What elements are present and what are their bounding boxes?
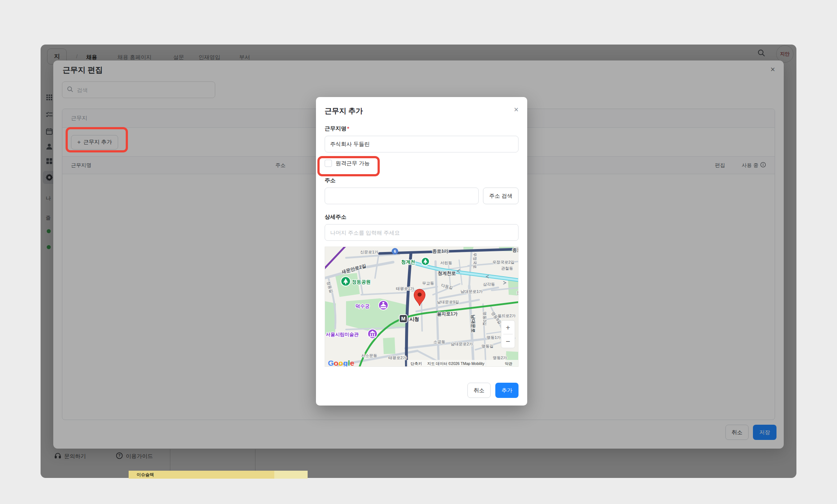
cancel-button[interactable]: 취소: [467, 383, 491, 398]
map-label: 명동길: [482, 344, 494, 348]
map-terms-link[interactable]: 약관: [505, 361, 513, 366]
address-input[interactable]: [325, 188, 479, 204]
map-label: 명동2가: [493, 356, 507, 360]
map-label: 서소문동: [361, 353, 377, 358]
required-mark: *: [347, 125, 349, 131]
map-zoom-control[interactable]: + −: [501, 320, 515, 348]
svg-text:G: G: [328, 359, 334, 367]
svg-text:서울시립미술관: 서울시립미술관: [326, 332, 359, 337]
svg-text:o: o: [338, 359, 343, 367]
map-label: 우정국로: [473, 253, 477, 269]
detail-address-label: 상세주소: [325, 214, 519, 220]
map-label: 서린동: [440, 261, 452, 265]
workplace-name-input[interactable]: [325, 136, 519, 152]
address-search-button[interactable]: 주소 검색: [483, 188, 519, 204]
svg-text:시청: 시청: [409, 316, 419, 322]
detail-address-input[interactable]: [325, 224, 519, 241]
name-label: 근무지명*: [325, 125, 519, 132]
address-label: 주소: [325, 177, 519, 184]
map-label: 명동3길: [483, 311, 487, 326]
zoom-in-button[interactable]: +: [506, 323, 510, 332]
add-button[interactable]: 추가: [495, 383, 519, 398]
map-label: 남대문로2가: [451, 342, 473, 346]
map-label: 남대문로9길: [437, 300, 459, 304]
annotation-add-workplace: [66, 127, 128, 152]
svg-text:o: o: [334, 359, 338, 367]
map-label: 태평로2가: [388, 356, 407, 360]
map-label: 을지로1가: [437, 311, 458, 316]
google-logo: G o o g l e: [328, 359, 354, 367]
svg-text:g: g: [343, 359, 348, 367]
map-label: 을지로2가: [497, 314, 516, 318]
map-label: 신문로1가: [360, 250, 378, 254]
map-label: 태평로1가: [396, 286, 414, 291]
svg-text:정동공원: 정동공원: [352, 279, 371, 285]
route-shield-6: 6: [392, 248, 398, 255]
svg-text:l: l: [348, 359, 350, 367]
map-data-attribution: 지도 데이터 ©2026 TMap Mobility: [427, 361, 484, 366]
issue-slack-banner: 이슈슬랙: [129, 471, 274, 479]
map-canvas: 신문로1가 종로1가 종로 새문안로2길 서린동 우정국로2길 관철동 청계천로…: [325, 247, 519, 367]
svg-text:청계천: 청계천: [401, 259, 415, 265]
map-label: 관철동: [501, 266, 513, 270]
close-icon[interactable]: ×: [514, 106, 519, 114]
map-label: 명동1가: [487, 335, 501, 340]
screenshot-stage: 지 / 채용 채용 홈페이지 설문 인재영입 부서 지안: [0, 0, 837, 504]
map-label: 삼각동: [483, 282, 495, 286]
issue-slack-banner-extra: [274, 471, 308, 479]
svg-text:e: e: [350, 359, 354, 367]
zoom-out-button[interactable]: −: [506, 337, 510, 345]
map-label: 남대문로1가: [461, 289, 483, 294]
map-label: 청계천로: [438, 271, 456, 276]
svg-text:덕수궁: 덕수궁: [355, 303, 370, 309]
workplace-add-modal: 근무지 추가 × 근무지명* 원격근무 가능 주소 주소 검색 상세주소: [316, 97, 527, 406]
map-label: 소공동: [433, 340, 445, 344]
modal-title: 근무지 추가: [325, 106, 363, 116]
map-shortcut[interactable]: 단축키: [411, 361, 422, 366]
map-label: 우정국로2길: [492, 260, 515, 264]
map-label: 무교동: [422, 281, 434, 285]
map-label: 남대문로: [471, 315, 476, 333]
svg-text:6: 6: [394, 249, 396, 253]
map-label: 종로1가: [432, 249, 449, 254]
map-label: 장: [517, 291, 519, 295]
annotation-remote-checkbox: [317, 156, 380, 176]
map[interactable]: 신문로1가 종로1가 종로 새문안로2길 서린동 우정국로2길 관철동 청계천로…: [325, 247, 519, 367]
map-label: 종로: [512, 248, 519, 253]
svg-text:M: M: [401, 316, 405, 322]
